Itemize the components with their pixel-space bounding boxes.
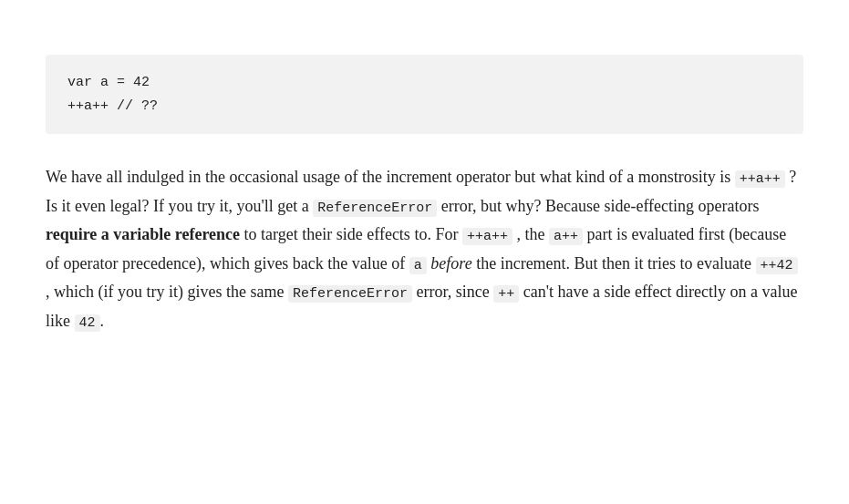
inline-code-9: 42 [75, 314, 100, 332]
inline-code-4: a++ [549, 228, 583, 245]
inline-code-3: ++a++ [462, 228, 513, 245]
prose-italic: before [430, 254, 471, 273]
page-container: var a = 42 ++a++ // ?? We have all indul… [0, 27, 849, 363]
inline-code-2: ReferenceError [313, 200, 437, 217]
inline-code-7: ReferenceError [288, 285, 412, 303]
inline-code-8: ++ [493, 285, 519, 303]
prose-text-1: We have all indulged in the occasional u… [46, 168, 730, 186]
inline-code-5: a [409, 257, 427, 274]
prose-bold: require a variable reference [46, 225, 240, 243]
prose-end: . [100, 312, 105, 330]
inline-code-6: ++42 [756, 257, 798, 274]
inline-code-1: ++a++ [735, 170, 785, 188]
prose-paragraph: We have all indulged in the occasional u… [46, 163, 803, 335]
code-block: var a = 42 ++a++ // ?? [46, 55, 803, 134]
code-line-1: var a = 42 [67, 71, 782, 95]
code-line-2: ++a++ // ?? [67, 95, 782, 118]
prose-text-3: error, but why? Because side-effecting o… [441, 197, 760, 215]
